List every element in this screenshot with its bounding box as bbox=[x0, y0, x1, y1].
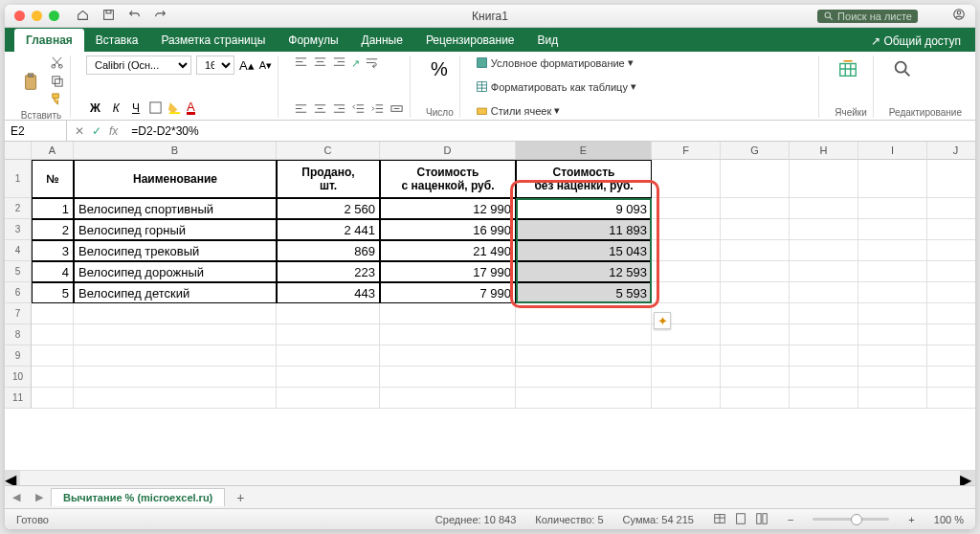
paste-icon[interactable] bbox=[18, 69, 45, 96]
align-middle-icon[interactable] bbox=[313, 56, 327, 72]
cell[interactable] bbox=[721, 303, 790, 324]
cell[interactable] bbox=[790, 198, 858, 219]
cell[interactable] bbox=[927, 345, 975, 367]
row-header[interactable]: 2 bbox=[5, 198, 32, 219]
cell[interactable]: Продано, шт. bbox=[277, 160, 380, 198]
cell[interactable]: 7 990 bbox=[380, 282, 516, 303]
cell[interactable]: 9 093 bbox=[516, 198, 652, 219]
cell[interactable] bbox=[858, 367, 927, 388]
cell[interactable]: 16 990 bbox=[380, 219, 516, 240]
cell[interactable] bbox=[516, 345, 652, 367]
italic-button[interactable]: К bbox=[109, 99, 123, 118]
scroll-right-icon[interactable]: ▶ bbox=[960, 471, 975, 485]
tab-home[interactable]: Главная bbox=[14, 29, 84, 52]
cell[interactable] bbox=[927, 388, 975, 409]
decrease-indent-icon[interactable] bbox=[351, 101, 366, 118]
name-box[interactable]: E2 bbox=[5, 121, 67, 141]
cell[interactable]: 5 bbox=[32, 282, 74, 303]
format-as-table-button[interactable]: Форматировать как таблицу ▾ bbox=[476, 79, 813, 94]
cell[interactable] bbox=[516, 303, 652, 324]
cell[interactable] bbox=[380, 324, 516, 345]
cell[interactable] bbox=[721, 240, 790, 261]
merge-icon[interactable] bbox=[390, 101, 404, 118]
cell[interactable]: 4 bbox=[32, 261, 74, 282]
cell[interactable] bbox=[721, 261, 790, 282]
cancel-formula-icon[interactable]: ✕ bbox=[75, 124, 84, 138]
cell[interactable] bbox=[858, 345, 927, 367]
tab-insert[interactable]: Вставка bbox=[84, 29, 150, 52]
cell[interactable] bbox=[790, 261, 858, 282]
cell[interactable] bbox=[652, 282, 721, 303]
cell[interactable]: 443 bbox=[277, 282, 380, 303]
sheet-tab[interactable]: Вычитание % (microexcel.ru) bbox=[51, 488, 225, 506]
search-box[interactable]: Поиск на листе bbox=[817, 10, 918, 23]
cell[interactable]: Велосипед трековый bbox=[74, 240, 277, 261]
cell[interactable] bbox=[516, 324, 652, 345]
cell[interactable] bbox=[516, 388, 652, 409]
cell[interactable]: Стоимость без наценки, руб. bbox=[516, 160, 652, 198]
col-header[interactable]: E bbox=[516, 142, 652, 160]
tab-view[interactable]: Вид bbox=[526, 29, 570, 52]
cell[interactable] bbox=[858, 261, 927, 282]
cell[interactable]: 21 490 bbox=[380, 240, 516, 261]
conditional-formatting-button[interactable]: Условное форматирование ▾ bbox=[476, 56, 813, 70]
align-center-icon[interactable] bbox=[313, 101, 327, 118]
border-icon[interactable] bbox=[148, 100, 163, 117]
col-header[interactable]: H bbox=[790, 142, 858, 160]
align-top-icon[interactable] bbox=[294, 56, 308, 72]
row-header[interactable]: 3 bbox=[5, 219, 32, 240]
cell[interactable]: 2 560 bbox=[277, 198, 380, 219]
underline-button[interactable]: Ч bbox=[128, 99, 144, 118]
cell[interactable] bbox=[927, 303, 975, 324]
tab-formulas[interactable]: Формулы bbox=[277, 29, 349, 52]
align-left-icon[interactable] bbox=[294, 101, 308, 118]
cell[interactable] bbox=[790, 219, 858, 240]
redo-icon[interactable] bbox=[154, 8, 167, 25]
cut-icon[interactable] bbox=[50, 56, 64, 72]
col-header[interactable]: D bbox=[380, 142, 516, 160]
cell[interactable] bbox=[652, 198, 721, 219]
row-header[interactable]: 7 bbox=[5, 303, 32, 324]
zoom-level[interactable]: 100 % bbox=[934, 514, 964, 525]
row-header[interactable]: 11 bbox=[5, 388, 32, 409]
col-header[interactable]: A bbox=[32, 142, 74, 160]
cell[interactable] bbox=[858, 324, 927, 345]
cell[interactable]: Велосипед детский bbox=[74, 282, 277, 303]
cells-icon[interactable] bbox=[835, 56, 861, 82]
cell[interactable] bbox=[790, 240, 858, 261]
font-color-icon[interactable]: A bbox=[187, 101, 195, 115]
autofill-options-icon[interactable]: ✦ bbox=[654, 312, 671, 329]
close-icon[interactable] bbox=[14, 11, 25, 21]
cell[interactable] bbox=[927, 367, 975, 388]
col-header[interactable]: I bbox=[858, 142, 927, 160]
maximize-icon[interactable] bbox=[49, 11, 59, 21]
align-right-icon[interactable] bbox=[332, 101, 346, 118]
find-icon[interactable] bbox=[889, 56, 916, 82]
copy-icon[interactable] bbox=[50, 74, 64, 90]
cell[interactable] bbox=[652, 388, 721, 409]
cell[interactable] bbox=[927, 282, 975, 303]
cell[interactable]: 223 bbox=[277, 261, 380, 282]
cell[interactable]: Стоимость с наценкой, руб. bbox=[380, 160, 516, 198]
bold-button[interactable]: Ж bbox=[86, 99, 104, 118]
cell[interactable]: Велосипед дорожный bbox=[74, 261, 277, 282]
cell[interactable] bbox=[721, 388, 790, 409]
save-icon[interactable] bbox=[102, 8, 115, 25]
cell[interactable] bbox=[380, 367, 516, 388]
cell[interactable] bbox=[277, 345, 380, 367]
cell[interactable]: 2 bbox=[32, 219, 74, 240]
cell[interactable] bbox=[32, 388, 74, 409]
cell[interactable]: 5 593 bbox=[516, 282, 652, 303]
cell[interactable] bbox=[858, 160, 927, 198]
cell[interactable] bbox=[927, 261, 975, 282]
undo-icon[interactable] bbox=[128, 8, 141, 25]
cell[interactable] bbox=[652, 345, 721, 367]
zoom-out-icon[interactable]: − bbox=[788, 514, 793, 525]
row-header[interactable]: 5 bbox=[5, 261, 32, 282]
row-header[interactable]: 6 bbox=[5, 282, 32, 303]
increase-font-icon[interactable]: A▴ bbox=[239, 58, 255, 73]
cell[interactable] bbox=[380, 303, 516, 324]
cell[interactable] bbox=[790, 303, 858, 324]
cell[interactable] bbox=[277, 324, 380, 345]
wrap-text-icon[interactable] bbox=[365, 56, 379, 72]
